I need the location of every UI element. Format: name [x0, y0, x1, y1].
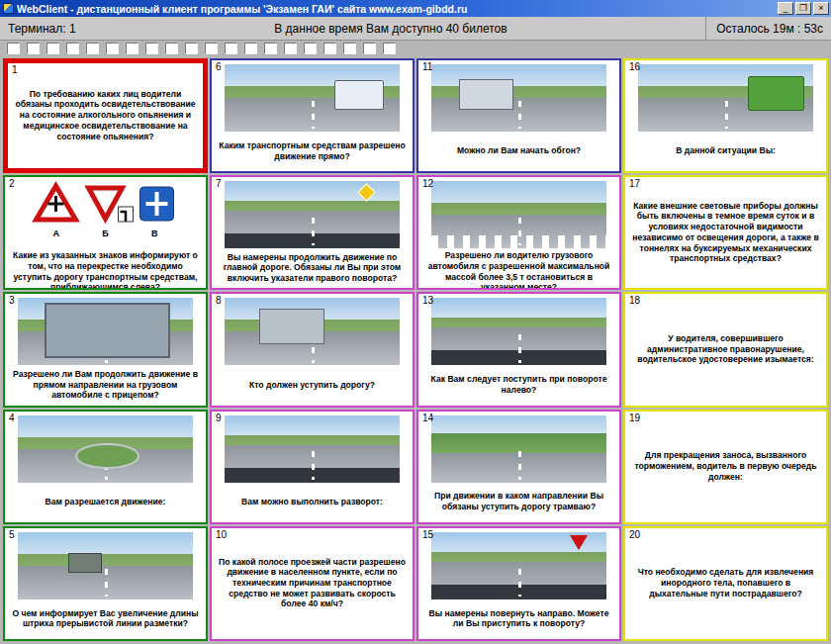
- question-text: По требованию каких лиц водители обязаны…: [8, 63, 203, 168]
- question-number: 13: [422, 295, 433, 306]
- ticket-checkbox-row: [0, 41, 831, 56]
- ticket-checkbox[interactable]: [244, 43, 257, 54]
- question-text: По какой полосе проезжей части разрешено…: [212, 528, 413, 639]
- question-card[interactable]: 20 А Б В Что необх: [623, 526, 828, 641]
- question-number: 5: [9, 529, 15, 540]
- question-text: При движении в каком направлении Вы обяз…: [418, 483, 619, 522]
- question-number: 16: [629, 61, 640, 72]
- question-photo: А Б В: [431, 298, 606, 365]
- question-photo: А Б В: [638, 64, 813, 132]
- question-card[interactable]: 15 А Б В Вы намере: [416, 526, 621, 641]
- question-number: 9: [216, 413, 222, 423]
- question-card[interactable]: 17 А Б В Какие вне: [623, 175, 828, 290]
- question-number: 4: [9, 413, 15, 423]
- question-photo: А Б В: [225, 415, 400, 483]
- ticket-checkbox[interactable]: [363, 43, 376, 54]
- ticket-checkbox[interactable]: [383, 43, 396, 54]
- app-icon: [3, 3, 14, 14]
- question-text: О чем информирует Вас увеличение длины ш…: [5, 599, 206, 639]
- question-card[interactable]: 1 А Б В По требова: [3, 58, 208, 173]
- question-text: У водителя, совершившего административно…: [625, 294, 826, 405]
- question-number: 1: [12, 64, 18, 75]
- ticket-checkbox[interactable]: [205, 43, 218, 54]
- question-card[interactable]: 3 А Б В Разрешено: [3, 292, 208, 407]
- questions-grid: 1 А Б В По требова: [0, 56, 831, 644]
- question-text: Кто должен уступить дорогу?: [212, 365, 413, 405]
- question-text: Можно ли Вам начать обгон?: [418, 132, 619, 171]
- ticket-checkbox[interactable]: [165, 43, 178, 54]
- question-card[interactable]: 14 А Б В При движе: [416, 410, 621, 524]
- question-text: Что необходимо сделать для извлечения ин…: [625, 528, 826, 639]
- ticket-checkbox[interactable]: [304, 43, 317, 54]
- question-card[interactable]: 16 А Б В В данной: [623, 58, 828, 173]
- ticket-checkbox[interactable]: [284, 43, 297, 54]
- question-text: Какие из указанных знаков информируют о …: [5, 248, 206, 290]
- maximize-button[interactable]: ❐: [795, 2, 811, 15]
- question-photo: А Б В: [225, 64, 400, 132]
- question-card[interactable]: 18 А Б В У водител: [623, 292, 828, 407]
- question-text: Разрешено ли водителю грузового автомоби…: [418, 248, 619, 290]
- question-text: Вам можно выполнить разворот:: [212, 483, 413, 522]
- question-card[interactable]: 9 А Б В Вам можно: [210, 410, 415, 524]
- sign-label: В: [151, 229, 158, 238]
- ticket-checkbox[interactable]: [343, 43, 356, 54]
- question-photo: А Б В: [18, 532, 193, 599]
- question-card[interactable]: 10 А Б В По какой: [210, 526, 415, 641]
- question-photo: А Б В: [18, 181, 193, 248]
- question-card[interactable]: 7 А Б В Вы намерен: [210, 175, 415, 290]
- question-text: Разрешено ли Вам продолжить движение в п…: [5, 365, 206, 405]
- question-number: 11: [422, 61, 432, 72]
- question-number: 15: [422, 529, 433, 540]
- ticket-checkbox[interactable]: [7, 43, 20, 54]
- question-text: Вы намерены повернуть направо. Можете ли…: [418, 599, 619, 639]
- question-card[interactable]: 4 А Б В Вам разреш: [3, 410, 208, 524]
- question-card[interactable]: 12 А Б В Разрешено: [416, 175, 621, 290]
- sign-label: А: [53, 229, 60, 238]
- question-card[interactable]: 13 А Б В Как Вам с: [416, 292, 621, 407]
- question-number: 12: [422, 178, 433, 189]
- minimize-button[interactable]: _: [778, 2, 793, 15]
- question-photo: А Б В: [225, 181, 400, 248]
- ticket-checkbox[interactable]: [225, 43, 237, 54]
- question-number: 18: [629, 295, 640, 306]
- question-number: 8: [216, 295, 222, 306]
- ticket-checkbox[interactable]: [185, 43, 198, 54]
- question-card[interactable]: 11 А Б В Можно ли: [416, 58, 621, 173]
- question-photo: А Б В: [431, 532, 606, 599]
- question-number: 6: [216, 61, 222, 72]
- question-text: Как Вам следует поступить при повороте н…: [418, 365, 619, 405]
- question-number: 14: [422, 413, 433, 423]
- close-button[interactable]: ×: [813, 2, 829, 15]
- ticket-checkbox[interactable]: [126, 43, 138, 54]
- ticket-checkbox[interactable]: [86, 43, 99, 54]
- tickets-available-label: В данное время Вам доступно 40 билетов: [76, 22, 706, 36]
- question-number: 20: [629, 529, 640, 540]
- terminal-label: Терминал: 1: [8, 22, 76, 36]
- question-photo: А Б В: [225, 298, 400, 365]
- ticket-checkbox[interactable]: [106, 43, 119, 54]
- question-number: 3: [9, 295, 15, 306]
- question-card[interactable]: 6 А Б В Каким тран: [210, 58, 415, 173]
- window-title: WebClient - дистанционный клиент програм…: [17, 3, 774, 15]
- ticket-checkbox[interactable]: [264, 43, 277, 54]
- ticket-checkbox[interactable]: [27, 43, 40, 54]
- question-photo: А Б В: [431, 181, 606, 248]
- ticket-checkbox[interactable]: [66, 43, 79, 54]
- question-card[interactable]: 2 А Б В Какие из у: [3, 175, 208, 290]
- question-photo: А Б В: [431, 415, 606, 483]
- question-card[interactable]: 5 А Б В О чем инфо: [3, 526, 208, 641]
- sign-label: Б: [102, 229, 108, 238]
- question-number: 17: [629, 178, 640, 189]
- status-bar: Терминал: 1 В данное время Вам доступно …: [0, 17, 831, 41]
- question-card[interactable]: 19 А Б В Для прекр: [623, 410, 828, 524]
- question-text: Для прекращения заноса, вызванного тормо…: [625, 412, 826, 522]
- question-text: Какие внешние световые приборы должны бы…: [625, 177, 826, 288]
- question-card[interactable]: 8 А Б В Кто должен: [210, 292, 415, 407]
- ticket-checkbox[interactable]: [46, 43, 59, 54]
- ticket-checkbox[interactable]: [145, 43, 158, 54]
- window-titlebar: WebClient - дистанционный клиент програм…: [0, 0, 831, 17]
- question-photo: А Б В: [18, 298, 193, 365]
- ticket-checkbox[interactable]: [323, 43, 336, 54]
- question-text: Вам разрешается движение:: [5, 483, 206, 522]
- question-number: 2: [9, 178, 15, 189]
